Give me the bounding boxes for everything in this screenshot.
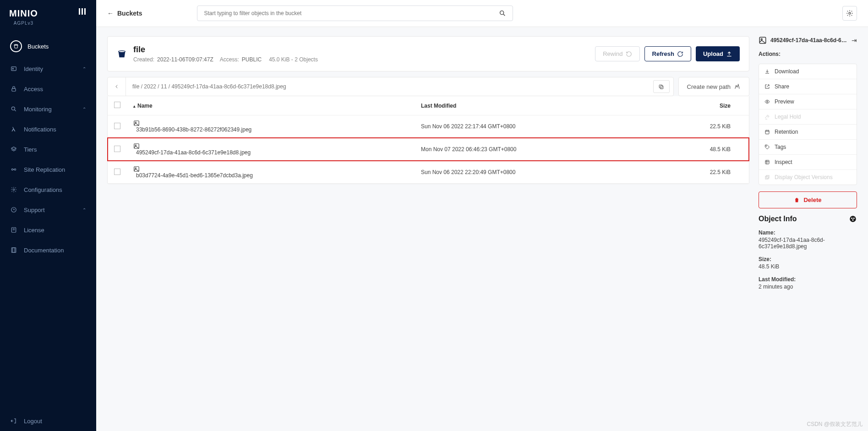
- image-icon: [759, 36, 767, 44]
- table-row[interactable]: 33b91b56-8690-438b-8272-86272f062349.jpe…: [108, 115, 749, 138]
- delete-button[interactable]: Delete: [759, 191, 857, 208]
- nav-label: Identity: [24, 65, 82, 72]
- sidebar-item-support[interactable]: Support ⌃: [0, 200, 96, 220]
- sidebar-item-access[interactable]: Access: [0, 79, 96, 99]
- access-value: PUBLIC: [242, 56, 262, 63]
- sort-asc-icon: ▴: [133, 104, 136, 109]
- action-tags[interactable]: Tags: [759, 140, 857, 155]
- svg-rect-33: [766, 175, 769, 178]
- search-box[interactable]: [197, 5, 513, 21]
- file-size: 22.5 KiB: [650, 161, 749, 184]
- svg-rect-1: [82, 8, 83, 15]
- col-size[interactable]: Size: [650, 96, 749, 115]
- action-label: Display Object Versions: [775, 174, 833, 180]
- action-inspect[interactable]: Inspect: [759, 155, 857, 170]
- breadcrumb-path[interactable]: file / 2022 / 11 / 495249cf-17da-41aa-8c…: [126, 83, 650, 90]
- svg-point-5: [12, 68, 13, 69]
- breadcrumb-back-button[interactable]: [108, 77, 126, 96]
- svg-point-16: [849, 12, 851, 14]
- share-icon: [764, 84, 770, 89]
- action-retention[interactable]: Retention: [759, 125, 857, 140]
- row-checkbox[interactable]: [114, 169, 120, 175]
- action-label: Inspect: [775, 159, 792, 165]
- file-name: b03d7724-4a9e-45d1-bed6-1365e7dcbd3a.jpe…: [136, 172, 253, 179]
- breadcrumb: file / 2022 / 11 / 495249cf-17da-41aa-8c…: [107, 77, 674, 96]
- action-preview[interactable]: Preview: [759, 94, 857, 109]
- support-icon: [10, 206, 17, 213]
- search-icon: [499, 10, 506, 17]
- action-share[interactable]: Share: [759, 79, 857, 94]
- upload-button[interactable]: Upload: [696, 46, 740, 61]
- svg-rect-31: [765, 160, 769, 164]
- table-row[interactable]: 495249cf-17da-41aa-8c6d-6c371e9e18d8.jpe…: [108, 138, 749, 161]
- sidebar-nav: Buckets Identity ⌃ Access Monitoring ⌃ N…: [0, 29, 96, 411]
- sidebar-item-site-replication[interactable]: Site Replication: [0, 159, 96, 180]
- layers-icon: [10, 146, 17, 153]
- select-all-checkbox[interactable]: [114, 102, 120, 108]
- nav-label: Buckets: [27, 43, 86, 50]
- nav-label: Monitoring: [24, 106, 82, 113]
- object-info-heading: Object Info: [759, 215, 797, 223]
- collapse-sidebar-button[interactable]: [79, 8, 87, 15]
- svg-point-34: [850, 216, 856, 222]
- row-checkbox[interactable]: [114, 123, 120, 129]
- back-to-buckets-button[interactable]: ← Buckets: [107, 10, 142, 17]
- sidebar-item-documentation[interactable]: Documentation: [0, 240, 96, 260]
- svg-rect-14: [13, 248, 16, 253]
- back-label: Buckets: [117, 10, 142, 17]
- svg-point-36: [853, 218, 855, 219]
- gear-icon: [10, 186, 17, 193]
- search-icon: [10, 105, 17, 113]
- svg-point-7: [11, 107, 15, 110]
- sidebar-item-tiers[interactable]: Tiers: [0, 139, 96, 159]
- sidebar-item-notifications[interactable]: Notifications: [0, 119, 96, 139]
- nav-label: Documentation: [24, 247, 86, 254]
- upload-icon: [726, 51, 732, 57]
- svg-point-28: [767, 101, 768, 103]
- svg-point-30: [766, 146, 767, 147]
- create-new-path-button[interactable]: Create new path: [678, 77, 749, 96]
- col-name[interactable]: ▴Name: [127, 96, 415, 115]
- lock-icon: [10, 85, 17, 93]
- topbar: ← Buckets: [96, 0, 868, 27]
- refresh-icon: [677, 51, 683, 57]
- table-row[interactable]: b03d7724-4a9e-45d1-bed6-1365e7dcbd3a.jpe…: [108, 161, 749, 184]
- file-size: 22.5 KiB: [650, 115, 749, 138]
- svg-point-27: [761, 38, 762, 40]
- action-label: Preview: [775, 98, 794, 105]
- logout-button[interactable]: Logout: [0, 411, 96, 431]
- sidebar-item-monitoring[interactable]: Monitoring ⌃: [0, 99, 96, 119]
- action-label: Share: [775, 83, 789, 90]
- versions-icon: [764, 175, 770, 180]
- identity-icon: [10, 65, 17, 72]
- search-input[interactable]: [204, 10, 499, 16]
- svg-rect-18: [660, 86, 663, 89]
- copy-path-button[interactable]: [653, 80, 670, 93]
- settings-button[interactable]: [842, 6, 857, 21]
- refresh-button[interactable]: Refresh: [644, 46, 691, 61]
- action-display-object-versions: Display Object Versions: [759, 170, 857, 185]
- sidebar-item-buckets[interactable]: Buckets: [0, 34, 96, 59]
- row-checkbox[interactable]: [114, 146, 120, 152]
- col-modified[interactable]: Last Modified: [415, 96, 650, 115]
- sidebar-item-license[interactable]: License: [0, 220, 96, 240]
- rewind-button[interactable]: Rewind: [595, 46, 639, 61]
- svg-point-8: [11, 169, 13, 170]
- metadata-icon[interactable]: [849, 215, 857, 223]
- sidebar-item-configurations[interactable]: Configurations: [0, 180, 96, 200]
- nav-label: Tiers: [24, 146, 86, 153]
- gavel-icon: [764, 114, 770, 120]
- calendar-icon: [764, 129, 770, 135]
- gear-icon: [846, 10, 853, 17]
- svg-point-9: [14, 169, 16, 170]
- nav-label: Notifications: [24, 126, 86, 133]
- nav-label: Support: [24, 207, 82, 213]
- copy-icon: [658, 84, 664, 90]
- info-name-label: Name:: [759, 229, 857, 236]
- object-details-panel: 495249cf-17da-41aa-8c6d-6c3... ⇥ Actions…: [759, 36, 857, 422]
- sidebar-item-identity[interactable]: Identity ⌃: [0, 59, 96, 79]
- svg-point-35: [851, 218, 852, 219]
- action-download[interactable]: Download: [759, 64, 857, 79]
- svg-rect-0: [79, 8, 80, 15]
- expand-panel-button[interactable]: ⇥: [852, 37, 857, 44]
